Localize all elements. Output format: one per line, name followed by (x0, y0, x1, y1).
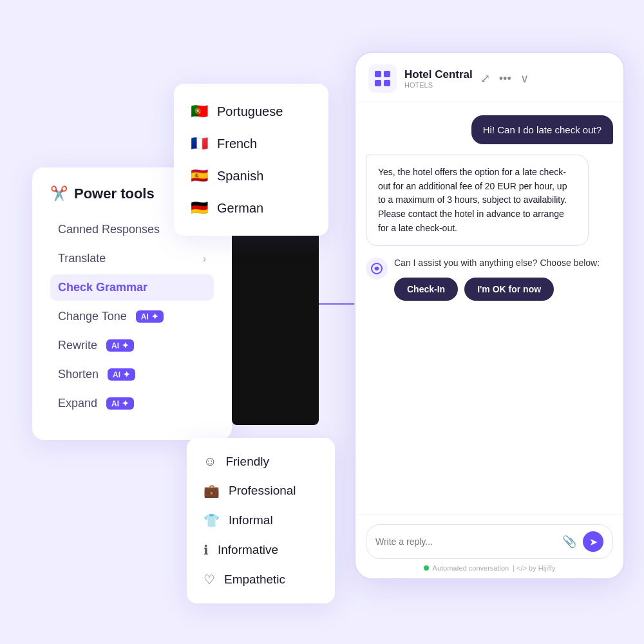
automated-label: Automated conversation | </> by Hijiffy (366, 564, 613, 572)
friendly-icon: ☺ (204, 454, 216, 469)
send-button[interactable]: ➤ (583, 531, 603, 552)
wand-icon: ✂️ (50, 185, 68, 202)
flag-spanish: 🇪🇸 (191, 167, 208, 184)
language-dropdown: 🇵🇹 Portuguese 🇫🇷 French 🇪🇸 Spanish 🇩🇪 Ge… (174, 84, 328, 236)
header-actions: ⤢ ••• ∨ (480, 71, 529, 86)
chevron-right-icon: › (203, 253, 206, 265)
hotel-logo (368, 64, 397, 93)
sparkle-icon-4: ✦ (122, 399, 129, 408)
tone-dropdown: ☺ Friendly 💼 Professional 👕 Informal ℹ I… (187, 438, 335, 603)
svg-rect-2 (384, 71, 390, 77)
informative-icon: ℹ (204, 542, 209, 558)
ai-badge-shorten: AI ✦ (108, 368, 135, 381)
chat-footer: 📎 ➤ Automated conversation | </> by Hiji… (355, 515, 623, 578)
ai-badge-rewrite: AI ✦ (106, 339, 134, 352)
green-dot (424, 565, 429, 571)
informal-icon: 👕 (204, 513, 220, 528)
svg-rect-3 (375, 80, 381, 86)
shorten-item[interactable]: Shorten AI ✦ (50, 361, 214, 388)
svg-rect-1 (375, 71, 381, 77)
bot-response: Yes, the hotel offers the option for a l… (366, 155, 589, 246)
checkin-button[interactable]: Check-In (394, 278, 458, 301)
tone-informative[interactable]: ℹ Informative (193, 535, 328, 565)
lang-spanish[interactable]: 🇪🇸 Spanish (180, 160, 322, 192)
bot-content: Can I assist you with anything else? Cho… (394, 256, 613, 301)
chat-window: Hotel Central HOTELS ⤢ ••• ∨ Hi! Can I d… (354, 52, 625, 580)
tone-professional[interactable]: 💼 Professional (193, 476, 328, 506)
chat-body: Hi! Can I do late check out? Yes, the ho… (355, 102, 623, 515)
translate-item[interactable]: Translate › (50, 245, 214, 272)
flag-french: 🇫🇷 (191, 135, 208, 152)
flag-portuguese: 🇵🇹 (191, 103, 208, 120)
change-tone-item[interactable]: Change Tone AI ✦ (50, 303, 214, 330)
svg-rect-4 (384, 80, 390, 86)
hotel-logo-svg (374, 70, 392, 88)
tone-friendly[interactable]: ☺ Friendly (193, 447, 328, 476)
ok-button[interactable]: I'm OK for now (464, 278, 554, 301)
chat-header: Hotel Central HOTELS ⤢ ••• ∨ (355, 53, 623, 102)
ai-badge-expand: AI ✦ (106, 397, 134, 410)
professional-icon: 💼 (204, 483, 220, 498)
bot-follow-up-row: Can I assist you with anything else? Cho… (366, 256, 613, 301)
bot-avatar-icon (370, 262, 383, 275)
check-grammar-item[interactable]: Check Grammar (50, 274, 214, 301)
lang-german[interactable]: 🇩🇪 German (180, 192, 322, 224)
user-message: Hi! Can I do late check out? (471, 115, 613, 144)
attach-icon[interactable]: 📎 (562, 535, 576, 549)
sparkle-icon-2: ✦ (122, 341, 129, 350)
expand-item[interactable]: Expand AI ✦ (50, 390, 214, 417)
header-text: Hotel Central HOTELS (404, 68, 473, 89)
chevron-down-icon[interactable]: ∨ (520, 71, 529, 86)
reply-input[interactable] (375, 536, 556, 547)
bot-avatar (366, 258, 388, 279)
empathetic-icon: ♡ (204, 572, 215, 587)
hotel-subtitle: HOTELS (404, 81, 473, 89)
more-options-icon[interactable]: ••• (499, 72, 511, 86)
choice-buttons: Check-In I'm OK for now (394, 278, 613, 301)
ai-badge-tone: AI ✦ (136, 310, 164, 323)
svg-point-6 (375, 267, 379, 270)
expand-icon[interactable]: ⤢ (480, 71, 490, 86)
sparkle-icon-3: ✦ (123, 370, 130, 379)
hotel-name: Hotel Central (404, 68, 473, 81)
tone-empathetic[interactable]: ♡ Empathetic (193, 565, 328, 594)
flag-german: 🇩🇪 (191, 200, 208, 216)
sparkle-icon: ✦ (151, 312, 158, 321)
tone-informal[interactable]: 👕 Informal (193, 506, 328, 535)
reply-input-row: 📎 ➤ (366, 524, 613, 559)
rewrite-item[interactable]: Rewrite AI ✦ (50, 332, 214, 359)
lang-portuguese[interactable]: 🇵🇹 Portuguese (180, 95, 322, 128)
black-overlay (232, 213, 319, 425)
bot-follow-up-text: Can I assist you with anything else? Cho… (394, 256, 613, 270)
lang-french[interactable]: 🇫🇷 French (180, 128, 322, 160)
